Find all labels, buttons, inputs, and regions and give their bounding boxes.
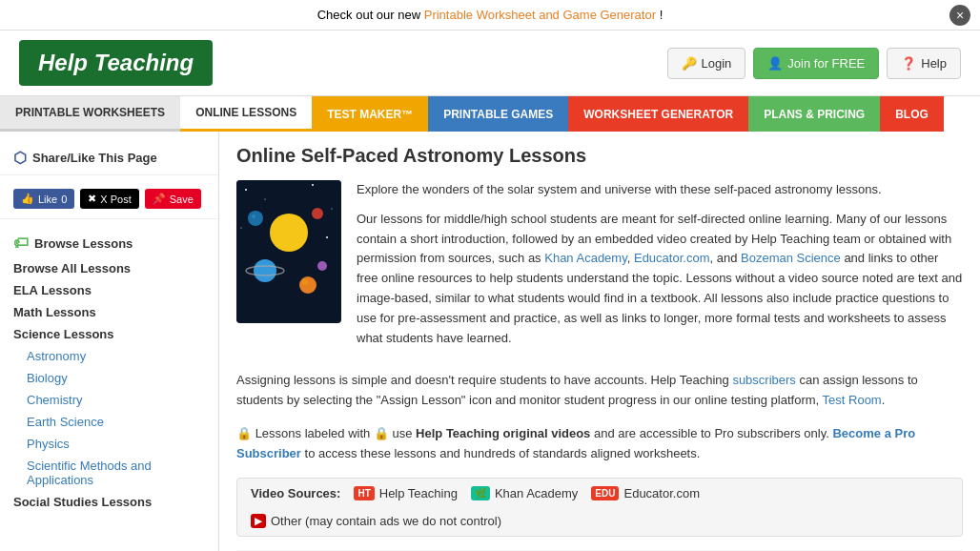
sidebar-science-lessons[interactable]: Science Lessons (0, 323, 218, 345)
svg-point-3 (312, 184, 314, 186)
main-layout: ⬡ Share/Like This Page 👍 Like 0 ✖ X Post… (0, 132, 980, 551)
video-sources-label: Video Sources: (251, 486, 340, 500)
edu-badge: EDU (591, 486, 619, 500)
login-icon: 🔑 (682, 56, 697, 71)
browse-icon: 🏷 (13, 235, 29, 252)
header-actions: 🔑 Login 👤 Join for FREE ❓ Help (667, 48, 961, 79)
lesson-image (236, 180, 341, 323)
browse-lessons-title: 🏷 Browse Lessons (0, 229, 218, 257)
nav-plans-pricing[interactable]: PLANS & PRICING (748, 96, 880, 132)
svg-point-4 (332, 209, 333, 210)
nav-online-lessons[interactable]: ONLINE LESSONS (180, 96, 312, 132)
svg-point-7 (270, 214, 308, 252)
social-buttons: 👍 Like 0 ✖ X Post 📌 Save (0, 183, 218, 219)
nav-printable-worksheets[interactable]: PRINTABLE WORKSHEETS (0, 96, 180, 132)
lock-icon: 🔒 (236, 426, 252, 440)
sidebar-scientific-methods[interactable]: Scientific Methods and Applications (0, 455, 218, 491)
astronomy-illustration (236, 180, 341, 323)
x-post-label: X Post (100, 194, 131, 205)
header: Help Teaching 🔑 Login 👤 Join for FREE ❓ … (0, 31, 980, 96)
fb-icon: 👍 (21, 193, 34, 205)
nav-printable-games[interactable]: PRINTABLE GAMES (428, 96, 568, 132)
source-ht: HT Help Teaching (354, 486, 458, 500)
ka-name: Khan Academy (495, 486, 578, 500)
navbar: PRINTABLE WORKSHEETS ONLINE LESSONS TEST… (0, 96, 980, 132)
svg-point-8 (248, 211, 263, 226)
other-name: Other (may contain ads we do not control… (271, 514, 501, 528)
save-button[interactable]: 📌 Save (145, 189, 201, 209)
sidebar-social-studies[interactable]: Social Studies Lessons (0, 491, 218, 513)
test-room-link[interactable]: Test Room (823, 393, 882, 407)
share-section: ⬡ Share/Like This Page (0, 141, 218, 175)
join-icon: 👤 (767, 56, 783, 71)
sidebar-math-lessons[interactable]: Math Lessons (0, 301, 218, 323)
facebook-like-button[interactable]: 👍 Like 0 (13, 189, 74, 209)
page-title: Online Self-Paced Astronomy Lessons (236, 145, 963, 167)
ka-badge: 🌿 (471, 486, 490, 500)
logo: Help Teaching (19, 40, 213, 86)
save-label: Save (170, 194, 194, 205)
browse-label: Browse Lessons (34, 236, 133, 251)
sidebar-biology[interactable]: Biology (0, 367, 218, 389)
announcement-link[interactable]: Printable Worksheet and Game Generator (424, 8, 656, 22)
source-edu: EDU Educator.com (591, 486, 700, 500)
x-post-button[interactable]: ✖ X Post (80, 189, 138, 209)
svg-point-10 (312, 208, 323, 219)
sidebar: ⬡ Share/Like This Page 👍 Like 0 ✖ X Post… (0, 132, 219, 551)
join-label: Join for FREE (787, 56, 865, 71)
sidebar-browse-all[interactable]: Browse All Lessons (0, 257, 218, 279)
nav-test-maker[interactable]: TEST MAKER™ (312, 96, 428, 132)
svg-point-15 (317, 261, 327, 271)
svg-point-1 (245, 189, 247, 191)
help-icon: ❓ (901, 56, 916, 71)
content-description: Explore the wonders of the solar system … (357, 180, 963, 357)
ht-name: Help Teaching (379, 486, 458, 500)
yt-badge: ▶ (251, 514, 266, 528)
video-sources-bar: Video Sources: HT Help Teaching 🌿 Khan A… (236, 478, 963, 537)
sidebar-chemistry[interactable]: Chemistry (0, 389, 218, 411)
help-label: Help (921, 56, 947, 71)
description-p1: Explore the wonders of the solar system … (357, 180, 963, 200)
announcement-text-after: ! (660, 8, 664, 22)
assign-info: Assigning lessons is simple and doesn't … (236, 371, 963, 411)
subscribers-link[interactable]: subscribers (732, 373, 795, 387)
pro-info: 🔒 Lessons labeled with 🔒 use Help Teachi… (236, 424, 963, 464)
content-top: Explore the wonders of the solar system … (236, 180, 963, 357)
login-label: Login (702, 56, 732, 71)
close-announcement-button[interactable]: × (949, 5, 970, 26)
save-icon: 📌 (153, 193, 166, 205)
announcement-bar: Check out our new Printable Worksheet an… (0, 0, 980, 31)
edu-name: Educator.com (623, 486, 700, 500)
announcement-text: Check out our new (317, 8, 424, 22)
nav-blog[interactable]: BLOG (880, 96, 944, 132)
fb-like-label: Like (38, 194, 57, 205)
sidebar-ela-lessons[interactable]: ELA Lessons (0, 279, 218, 301)
svg-point-6 (326, 236, 328, 238)
sidebar-earth-science[interactable]: Earth Science (0, 411, 218, 433)
bozeman-link[interactable]: Bozeman Science (741, 251, 841, 265)
help-button[interactable]: ❓ Help (887, 48, 961, 79)
svg-point-5 (241, 228, 242, 229)
sidebar-astronomy[interactable]: Astronomy (0, 345, 218, 367)
source-ka: 🌿 Khan Academy (471, 486, 578, 500)
svg-point-14 (302, 279, 308, 285)
join-button[interactable]: 👤 Join for FREE (753, 48, 879, 79)
fb-count: 0 (61, 194, 67, 205)
svg-point-11 (254, 259, 276, 282)
share-icon: ⬡ (13, 149, 27, 167)
description-p2: Our lessons for middle/high school stude… (357, 210, 963, 349)
svg-point-9 (252, 214, 255, 218)
x-icon: ✖ (88, 193, 96, 205)
planet-container (236, 180, 341, 323)
nav-worksheet-generator[interactable]: WORKSHEET GENERATOR (568, 96, 748, 132)
svg-point-2 (265, 199, 266, 200)
educator-link[interactable]: Educator.com (634, 251, 710, 265)
login-button[interactable]: 🔑 Login (667, 48, 746, 79)
bold-ht-videos: Help Teaching original videos (416, 426, 590, 440)
khan-academy-link[interactable]: Khan Academy (544, 251, 626, 265)
share-label: Share/Like This Page (32, 151, 157, 165)
source-other: ▶ Other (may contain ads we do not contr… (251, 514, 501, 528)
ht-badge: HT (354, 486, 374, 500)
svg-point-13 (299, 276, 316, 294)
sidebar-physics[interactable]: Physics (0, 433, 218, 455)
